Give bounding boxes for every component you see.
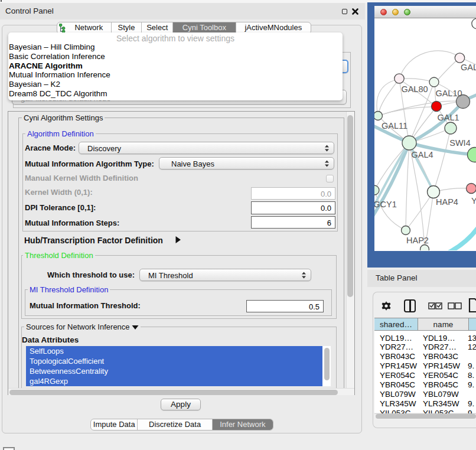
svg-text:HAP2: HAP2: [406, 236, 429, 245]
svg-text:HAP4: HAP4: [436, 197, 458, 207]
svg-text:GAL11: GAL11: [382, 121, 407, 131]
svg-text:GAL1: GAL1: [437, 113, 459, 122]
svg-text:GAL4: GAL4: [411, 150, 433, 159]
svg-text:GCY1: GCY1: [374, 200, 397, 209]
svg-text:GAL10: GAL10: [435, 89, 462, 98]
svg-text:Y: Y: [471, 196, 476, 206]
svg-text:GAL: GAL: [461, 63, 476, 72]
svg-text:GAL80: GAL80: [401, 84, 428, 94]
svg-text:SWI4: SWI4: [449, 138, 470, 148]
